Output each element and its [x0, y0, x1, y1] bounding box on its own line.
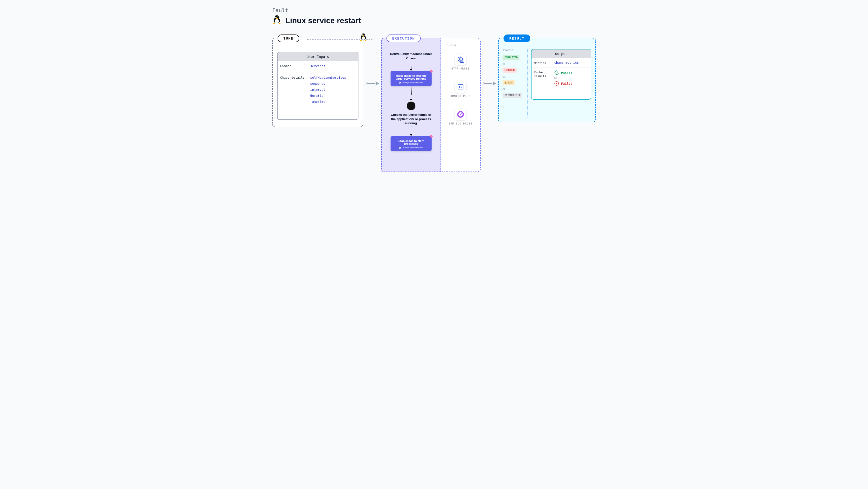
input-param: selfHealingServices	[310, 75, 358, 81]
metrics-label: Metrics	[531, 58, 552, 68]
result-panel: RESULT STATUS COMPLETED OR ERRORED OR QU…	[498, 38, 596, 122]
privilege-note: Privilege access required	[394, 82, 429, 84]
probe-passed: Passed	[554, 70, 589, 75]
chaos-card-text: Stop chaos to start processes	[394, 139, 429, 145]
chaos-stop-card: Stop chaos to start processes Privilege …	[391, 136, 432, 151]
input-param: rampTime	[310, 99, 358, 105]
svg-rect-16	[458, 85, 463, 89]
probe-results-label: Probe Results	[531, 68, 552, 89]
tune-tag: TUNE	[278, 34, 299, 42]
svg-point-5	[277, 17, 278, 18]
inputs-row-chaos: Chaos details selfHealingServices sequen…	[278, 73, 358, 108]
exec-steps: Derive Linux machine under Chaos Inject …	[385, 52, 437, 151]
status-column: STATUS COMPLETED OR ERRORED OR QUEUED OR…	[502, 49, 528, 118]
arrow-right-icon	[368, 81, 378, 86]
probe-label: SRM SLO PROBE	[449, 122, 472, 125]
svg-point-6	[362, 36, 365, 40]
metrics-value: chaos metrics	[552, 58, 591, 68]
stage-row: TUNE User Inputs Common	[272, 38, 596, 172]
connector-dot	[483, 83, 485, 85]
user-inputs-card: User Inputs Common services Chaos detail…	[277, 52, 359, 120]
or-divider: OR	[502, 75, 525, 78]
kicker: Fault	[272, 7, 596, 13]
row-values: selfHealingServices sequence interval du…	[310, 73, 358, 108]
probe-failed: Failed	[554, 81, 589, 86]
input-param: duration	[310, 93, 358, 99]
exec-step-derive: Derive Linux machine under Chaos	[389, 52, 433, 60]
probes-panel: PROBES HTTP PROBE	[441, 38, 480, 172]
output-card: Output Metrics chaos metrics Probe Resul…	[531, 49, 591, 100]
arrow-connector	[363, 38, 381, 86]
svg-point-1	[275, 19, 279, 23]
execution-group: EXECUTION Derive Linux machine under Cha…	[381, 38, 480, 172]
arrow-connector	[480, 38, 498, 86]
title-row: Linux service restart	[272, 15, 596, 26]
svg-point-9	[363, 35, 363, 35]
svg-point-19	[460, 114, 461, 115]
result-tag: RESULT	[503, 34, 530, 42]
connector-dot	[366, 83, 368, 85]
or-divider: OR	[502, 63, 525, 66]
row-label: Chaos details	[278, 73, 310, 108]
status-heading: STATUS	[502, 49, 525, 52]
status-incompleted: INCOMPLETED	[502, 93, 522, 98]
gauge-icon	[455, 108, 466, 120]
failed-text: Failed	[561, 82, 572, 86]
chaos-inject-card: Inject chaos to stop the target services…	[391, 71, 432, 86]
passed-text: Passed	[561, 71, 572, 74]
or-divider: OR	[502, 88, 525, 91]
privilege-note: Privilege access required	[394, 147, 429, 149]
page: Fault Linux service restart TUNE	[260, 0, 608, 187]
pin-icon	[430, 69, 433, 73]
probe-command: COMMAND PROBE	[443, 81, 478, 98]
dashed-connector	[307, 39, 372, 39]
probe-label: HTTP PROBE	[452, 67, 469, 70]
exec-step-check: Checks the performance of the applicatio…	[389, 113, 433, 125]
privilege-text: Privilege access required	[402, 147, 423, 149]
chaos-card-text: Inject chaos to stop the target services…	[394, 74, 429, 80]
status-completed: COMPLETED	[502, 55, 520, 60]
clock-icon	[407, 102, 415, 110]
terminal-icon	[455, 81, 466, 93]
svg-point-10	[364, 35, 364, 35]
svg-point-4	[276, 17, 276, 18]
input-param: services	[310, 64, 358, 70]
execution-tag: EXECUTION	[386, 34, 421, 42]
status-errored: ERRORED	[502, 68, 517, 73]
output-row-metrics: Metrics chaos metrics	[531, 58, 591, 68]
probe-srm: SRM SLO PROBE	[443, 108, 478, 125]
lock-icon	[399, 147, 401, 149]
row-values: services	[310, 61, 358, 73]
globe-alert-icon	[455, 54, 466, 65]
svg-rect-12	[400, 83, 400, 83]
row-label: Common	[278, 61, 310, 73]
privilege-text: Privilege access required	[402, 82, 423, 84]
or-divider: OR	[554, 77, 589, 79]
tune-panel: TUNE User Inputs Common	[272, 38, 363, 127]
svg-rect-14	[400, 148, 400, 148]
arrow-right-icon	[485, 81, 496, 86]
execution-panel: EXECUTION Derive Linux machine under Cha…	[381, 38, 441, 172]
output-row-probe: Probe Results Passed OR	[531, 68, 591, 89]
lock-icon	[399, 82, 401, 84]
input-param: interval	[310, 87, 358, 93]
pin-icon	[430, 135, 433, 138]
input-param: sequence	[310, 81, 358, 87]
probes-label: PROBES	[443, 44, 478, 46]
output-title: Output	[531, 50, 591, 58]
probe-label: COMMAND PROBE	[449, 95, 472, 98]
check-circle-icon	[554, 70, 559, 75]
inputs-row-common: Common services	[278, 61, 358, 73]
status-queued: QUEUED	[502, 80, 515, 85]
x-circle-icon	[554, 81, 559, 86]
page-title: Linux service restart	[285, 16, 361, 25]
user-inputs-title: User Inputs	[278, 52, 358, 61]
probe-http: HTTP PROBE	[443, 54, 478, 70]
tux-icon	[272, 15, 281, 26]
probe-results-values: Passed OR Failed	[552, 68, 591, 89]
tux-small-icon	[360, 33, 367, 43]
